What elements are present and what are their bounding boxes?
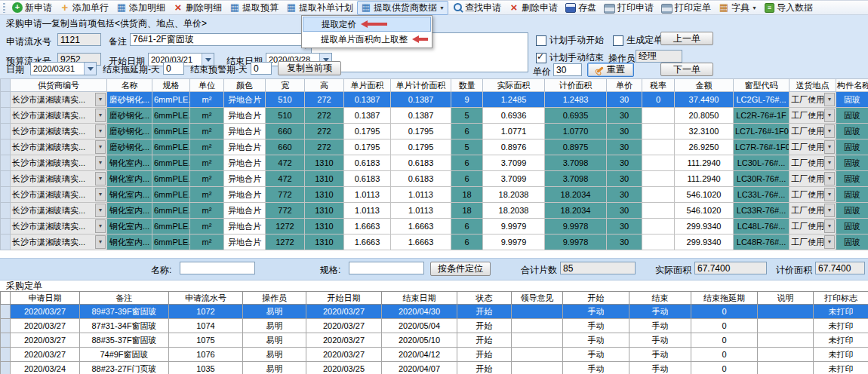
delivery-dropdown-cell[interactable]: 工厂使用▾	[790, 139, 836, 155]
delivery-dropdown-cell[interactable]: 工厂使用▾	[790, 203, 836, 219]
delivery-dropdown-cell[interactable]: 工厂使用▾	[790, 235, 836, 250]
dropdown-arrow-icon[interactable]: ▾	[824, 235, 835, 249]
table-cell[interactable]: 6mmPLE...	[152, 108, 190, 124]
table-cell[interactable]: 2020/03/24	[11, 362, 80, 374]
table-cell[interactable]: 1035	[169, 362, 243, 374]
table-cell[interactable]: 1310	[305, 203, 344, 219]
table-cell[interactable]: 111.2940	[675, 155, 734, 171]
plan-manual-start-checkbox[interactable]	[536, 35, 546, 46]
toolbar-button-print-order[interactable]: 打印定单	[657, 1, 715, 15]
table-cell[interactable]	[512, 333, 563, 348]
table-cell[interactable]: 固玻	[836, 139, 868, 155]
column-header[interactable]: 构件名称	[836, 79, 868, 92]
table-cell[interactable]: 固玻	[836, 235, 868, 250]
column-header[interactable]: 单价	[607, 79, 642, 92]
column-header[interactable]: 备注	[80, 292, 169, 305]
table-cell[interactable]: 6mmPLE...	[152, 139, 190, 155]
table-cell[interactable]: 20.8050	[675, 108, 734, 124]
table-cell[interactable]: 0.1795	[344, 139, 391, 155]
column-header[interactable]: 颜色	[224, 79, 266, 92]
table-cell[interactable]: 3.7099	[483, 171, 545, 187]
table-cell[interactable]: 0.1795	[344, 124, 391, 139]
locate-by-condition-button[interactable]: 按条件定位	[430, 262, 491, 276]
table-cell[interactable]: 异地合片	[224, 235, 266, 250]
table-cell[interactable]: 2020/03/27	[306, 305, 382, 319]
table-cell[interactable]: 30	[607, 139, 642, 155]
toolbar-grip[interactable]	[3, 3, 5, 13]
supplier-dropdown-cell[interactable]: 长沙市潇湘玻璃实...▾	[11, 124, 107, 139]
table-cell[interactable]: 6mmPLE...	[152, 155, 190, 171]
table-cell[interactable]: 5	[451, 108, 483, 124]
table-cell[interactable]: 固玻	[836, 203, 868, 219]
table-row[interactable]: 长沙市潇湘玻璃实...▾磨砂钢化...6mmPLE...m²异地合片660272…	[1, 139, 868, 155]
table-cell[interactable]: 开始	[457, 333, 512, 348]
table-cell[interactable]: 510	[266, 92, 305, 108]
table-cell[interactable]	[642, 124, 675, 139]
toolbar-button-save[interactable]: 存盘	[562, 1, 600, 15]
table-cell[interactable]: 0.6935	[545, 108, 607, 124]
dropdown-arrow-icon[interactable]: ▾	[95, 235, 106, 249]
table-cell[interactable]: 6	[451, 124, 483, 139]
column-header[interactable]: 申请日期	[11, 292, 80, 305]
table-row[interactable]: 长沙市潇湘玻璃实...▾磨砂钢化...6mmPLE...m²异地合片660272…	[1, 124, 868, 139]
table-cell[interactable]: 30	[607, 155, 642, 171]
table-cell[interactable]: 6mmPLE...	[152, 171, 190, 187]
table-cell[interactable]: 未打印	[814, 305, 868, 319]
table-cell[interactable]: 6mmPLE...	[152, 235, 190, 250]
table-cell[interactable]: 异地合片	[224, 155, 266, 171]
supplier-dropdown-cell[interactable]: 长沙市潇湘玻璃实...▾	[11, 139, 107, 155]
table-cell[interactable]: 固玻	[836, 155, 868, 171]
column-header[interactable]: 数量	[451, 79, 483, 92]
table-cell[interactable]: 1.6663	[391, 235, 451, 250]
dropdown-arrow-icon[interactable]: ▾	[95, 140, 106, 154]
toolbar-button-find-application[interactable]: 查找申请	[448, 1, 505, 15]
column-header[interactable]: 高	[305, 79, 344, 92]
table-cell[interactable]: 1272	[266, 219, 305, 235]
table-cell[interactable]: 1076	[169, 348, 243, 362]
table-cell[interactable]: 磨砂钢化...	[107, 108, 152, 124]
table-cell[interactable]: 18.2034	[545, 203, 607, 219]
table-cell[interactable]: 异地合片	[224, 124, 266, 139]
dropdown-arrow-icon[interactable]: ▾	[95, 219, 106, 233]
table-cell[interactable]	[758, 305, 814, 319]
table-cell[interactable]: 1075	[169, 333, 243, 348]
dropdown-arrow-icon[interactable]: ▾	[824, 109, 835, 122]
column-header[interactable]: 开始日期	[306, 292, 382, 305]
toolbar-button-import-data[interactable]: 导入数据	[761, 1, 817, 15]
table-cell[interactable]: 磨砂钢化...	[107, 92, 152, 108]
table-cell[interactable]	[758, 348, 814, 362]
table-cell[interactable]: 37.4490	[675, 92, 734, 108]
table-row[interactable]: 长沙市潇湘玻璃实...▾钢化室内...6mmPLE...m²异地合片772131…	[1, 187, 868, 203]
toolbar-button-extract-budget[interactable]: 提取预算	[226, 1, 282, 15]
table-cell[interactable]: 磨砂钢化...	[107, 124, 152, 139]
table-row[interactable]: 2020/03/2787#31-34F窗固玻1074易明2020/03/2720…	[1, 319, 868, 333]
table-cell[interactable]: 固玻	[836, 108, 868, 124]
table-cell[interactable]: 772	[266, 187, 305, 203]
toolbar-button-dictionary[interactable]: 字典	[715, 1, 761, 15]
dropdown-arrow-icon[interactable]: ▾	[95, 124, 106, 138]
column-header[interactable]: 状态	[457, 292, 512, 305]
date-combo[interactable]: 2020/03/31	[30, 62, 97, 75]
dropdown-arrow-icon[interactable]: ▾	[824, 93, 835, 106]
table-cell[interactable]: 0.8975	[545, 139, 607, 155]
table-cell[interactable]: 772	[266, 203, 305, 219]
table-cell[interactable]: 1310	[305, 235, 344, 250]
dropdown-arrow-icon[interactable]: ▾	[95, 172, 106, 185]
delivery-dropdown-cell[interactable]: 工厂使用▾	[790, 92, 836, 108]
dropdown-arrow-icon[interactable]: ▾	[95, 93, 106, 106]
table-cell[interactable]: 2020/03/27	[306, 348, 382, 362]
table-cell[interactable]	[758, 362, 814, 374]
toolbar-button-add-detail[interactable]: 添加明细	[112, 1, 169, 15]
table-cell[interactable]: 异地合片	[224, 187, 266, 203]
table-cell[interactable]: 18	[451, 187, 483, 203]
table-cell[interactable]: 30	[607, 171, 642, 187]
table-cell[interactable]: 1310	[305, 155, 344, 171]
column-header[interactable]: 供货商编号	[11, 79, 107, 92]
serial-field[interactable]	[57, 33, 101, 46]
table-cell[interactable]	[642, 108, 675, 124]
table-cell[interactable]: 0.6183	[391, 171, 451, 187]
table-cell[interactable]: LC7R-76#-1F0	[734, 139, 790, 155]
column-header[interactable]: 申请流水号	[169, 292, 243, 305]
table-cell[interactable]	[642, 203, 675, 219]
table-cell[interactable]	[758, 319, 814, 333]
